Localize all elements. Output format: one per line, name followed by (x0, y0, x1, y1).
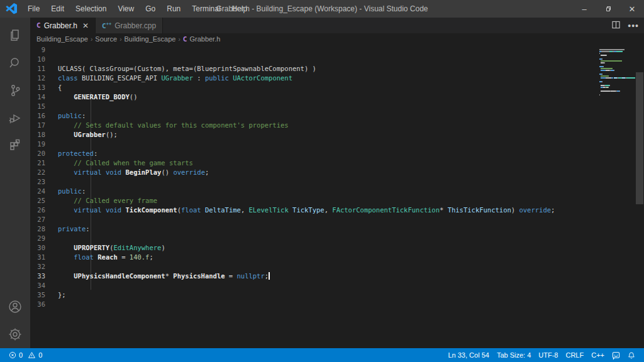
warning-count: 0 (38, 351, 42, 359)
line-number: 17 (30, 121, 58, 130)
code-line[interactable]: 17 // Sets default values for this compo… (30, 121, 599, 130)
code-line[interactable]: 27 (30, 215, 599, 224)
source-control-icon[interactable] (0, 77, 30, 104)
menu-selection[interactable]: Selection (70, 0, 112, 18)
line-number: 21 (30, 158, 58, 168)
breadcrumb-item[interactable]: Building_Escape (36, 35, 88, 43)
line-number: 9 (30, 45, 58, 55)
line-number: 22 (30, 168, 58, 177)
code-line[interactable]: 31 float Reach = 140.f; (30, 253, 599, 262)
line-number: 36 (30, 300, 58, 309)
header-file-icon: C (36, 21, 41, 30)
feedback-icon[interactable] (608, 348, 624, 362)
code-line[interactable]: 24public: (30, 187, 599, 196)
scrollbar-thumb[interactable] (636, 72, 643, 204)
line-number: 14 (30, 92, 58, 102)
line-number: 23 (30, 177, 58, 187)
code-line[interactable]: 21 // Called when the game starts (30, 158, 599, 168)
tab-bar: C Grabber.h ✕ C++ Grabber.cpp ••• (30, 18, 644, 33)
language-mode[interactable]: C++ (587, 348, 608, 362)
code-line[interactable]: 11UCLASS( ClassGroup=(Custom), meta=(Blu… (30, 64, 599, 74)
code-line[interactable]: 9 (30, 45, 599, 55)
more-actions-icon[interactable]: ••• (628, 21, 639, 31)
line-number: 33 (30, 272, 58, 281)
code-line[interactable]: 15 (30, 102, 599, 111)
code-line[interactable]: 29 (30, 234, 599, 243)
warning-icon (28, 351, 36, 359)
explorer-icon[interactable] (0, 21, 30, 49)
line-number: 13 (30, 83, 58, 92)
editor-actions: ••• (612, 18, 639, 33)
menu-go[interactable]: Go (140, 0, 161, 18)
error-count: 0 (19, 351, 23, 359)
code-line[interactable]: 19 (30, 140, 599, 149)
code-line[interactable]: 12class BUILDING_ESCAPE_API UGrabber : p… (30, 74, 599, 83)
menu-edit[interactable]: Edit (45, 0, 70, 18)
encoding-indicator[interactable]: UTF-8 (535, 348, 562, 362)
menu-terminal[interactable]: Terminal (186, 0, 226, 18)
notifications-bell-icon[interactable] (624, 348, 639, 362)
code-line[interactable]: 33 UPhysicsHandleComponent* PhysicsHandl… (30, 272, 599, 281)
line-number: 24 (30, 187, 58, 196)
code-line[interactable]: 28private: (30, 224, 599, 234)
menu-view[interactable]: View (112, 0, 140, 18)
tab-size-indicator[interactable]: Tab Size: 4 (493, 348, 535, 362)
code-line[interactable]: 16public: (30, 111, 599, 121)
split-editor-icon[interactable] (612, 20, 620, 31)
vscode-logo-icon (6, 3, 17, 14)
minimize-button[interactable]: – (572, 0, 596, 18)
code-line[interactable]: 22 virtual void BeginPlay() override; (30, 168, 599, 177)
account-icon[interactable] (0, 293, 30, 321)
settings-gear-icon[interactable] (0, 321, 30, 348)
tab-grabber-h[interactable]: C Grabber.h ✕ (30, 18, 96, 33)
line-number: 27 (30, 215, 58, 224)
cursor-position[interactable]: Ln 33, Col 54 (444, 348, 492, 362)
code-line[interactable]: 34 (30, 281, 599, 290)
breadcrumb-item[interactable]: Building_Escape (125, 35, 176, 43)
vertical-scrollbar[interactable] (635, 45, 644, 348)
code-line[interactable]: 30 UPROPERTY(EditAnywhere) (30, 243, 599, 253)
extensions-icon[interactable] (0, 132, 30, 160)
close-tab-icon[interactable]: ✕ (82, 21, 89, 30)
header-file-icon: C (183, 35, 187, 43)
code-area[interactable]: 91011UCLASS( ClassGroup=(Custom), meta=(… (30, 45, 599, 309)
line-number: 12 (30, 74, 58, 83)
code-line[interactable]: 26 virtual void TickComponent(float Delt… (30, 206, 599, 215)
code-line[interactable]: 25 // Called every frame (30, 196, 599, 206)
code-line[interactable]: 18 UGrabber(); (30, 130, 599, 140)
code-line[interactable]: 10 (30, 55, 599, 64)
code-line[interactable]: 13{ (30, 83, 599, 92)
menu-help[interactable]: Help (226, 0, 253, 18)
line-number: 34 (30, 281, 58, 290)
breadcrumb-item[interactable]: Source (95, 35, 117, 43)
code-line[interactable]: 23 (30, 177, 599, 187)
code-editor[interactable]: 91011UCLASS( ClassGroup=(Custom), meta=(… (30, 45, 644, 348)
run-debug-icon[interactable] (0, 104, 30, 132)
menu-file[interactable]: File (22, 0, 45, 18)
code-line[interactable]: 36 (30, 300, 599, 309)
line-number: 11 (30, 64, 58, 74)
code-line[interactable]: 32 (30, 262, 599, 272)
tab-grabber-cpp[interactable]: C++ Grabber.cpp (96, 18, 163, 33)
line-number: 15 (30, 102, 58, 111)
close-window-button[interactable]: ✕ (620, 0, 644, 18)
line-number: 25 (30, 196, 58, 206)
chevron-right-icon: › (91, 36, 92, 43)
line-number: 29 (30, 234, 58, 243)
minimap[interactable] (599, 45, 635, 348)
breadcrumb: Building_Escape › Source › Building_Esca… (30, 33, 644, 45)
restore-button[interactable] (596, 0, 620, 18)
line-number: 18 (30, 130, 58, 140)
chevron-right-icon: › (119, 36, 121, 43)
tab-label: Grabber.cpp (114, 21, 156, 30)
code-line[interactable]: 20protected: (30, 149, 599, 158)
titlebar: Grabber.h - Building_Escape (Workspace) … (0, 0, 644, 18)
code-line[interactable]: 14 GENERATED_BODY() (30, 92, 599, 102)
search-icon[interactable] (0, 49, 30, 77)
menu-run[interactable]: Run (161, 0, 186, 18)
window-controls: – ✕ (572, 0, 644, 18)
code-line[interactable]: 35}; (30, 290, 599, 300)
eol-indicator[interactable]: CRLF (562, 348, 587, 362)
breadcrumb-item-file[interactable]: Grabber.h (189, 35, 220, 43)
problems-indicator[interactable]: 0 0 (5, 348, 46, 362)
